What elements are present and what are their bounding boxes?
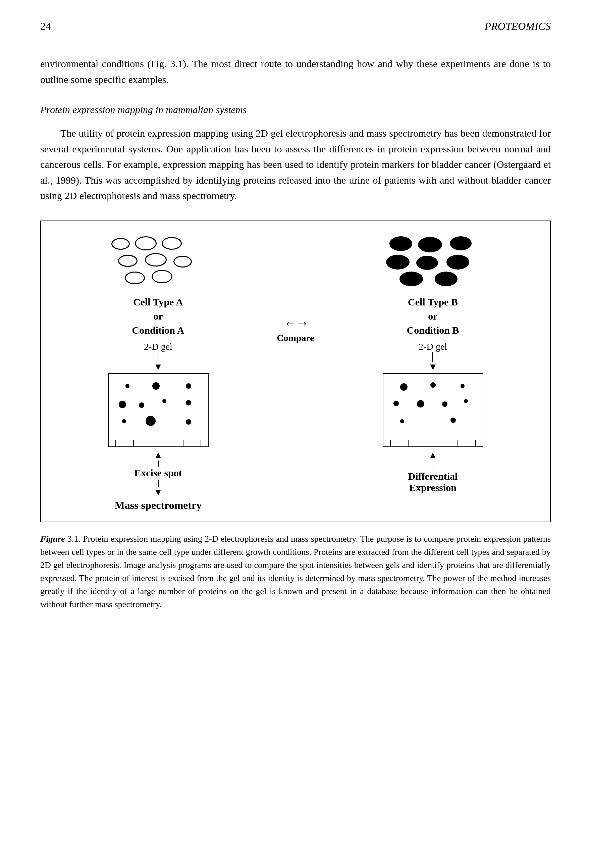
cell-a-label: Cell Type AorCondition A <box>132 295 184 337</box>
page-number: 24 <box>40 20 51 32</box>
excise-label: Excise spot <box>134 467 182 479</box>
page-title: PROTEOMICS <box>485 20 551 32</box>
diff-expr-label: DifferentialExpression <box>408 471 458 493</box>
section-heading: Protein expression mapping in mammalian … <box>40 104 551 115</box>
figure-caption: Figure 3.1. Protein expression mapping u… <box>40 532 551 611</box>
cell-b-label: Cell Type BorCondition B <box>407 295 459 337</box>
intro-paragraph: environmental conditions (Fig. 3.1). The… <box>40 56 551 87</box>
gel-label-b: 2-D gel <box>419 341 447 352</box>
figure-box: Cell Type AorCondition A 2-D gel ▼ <box>40 220 551 522</box>
figure-label: Figure <box>40 534 65 544</box>
panel-b: Cell Type BorCondition B 2-D gel ▼ <box>322 231 543 493</box>
body-paragraph: The utility of protein expression mappin… <box>40 125 551 204</box>
compare-section: ←→ Compare <box>276 315 315 343</box>
gel-label-a: 2-D gel <box>144 341 172 352</box>
caption-text: Protein expression mapping using 2-D ele… <box>40 534 551 609</box>
figure-number: 3.1. <box>68 534 81 544</box>
mass-spec-label: Mass spectrometry <box>115 499 202 512</box>
panel-a: Cell Type AorCondition A 2-D gel ▼ <box>48 231 269 512</box>
compare-label: Compare <box>277 333 314 343</box>
